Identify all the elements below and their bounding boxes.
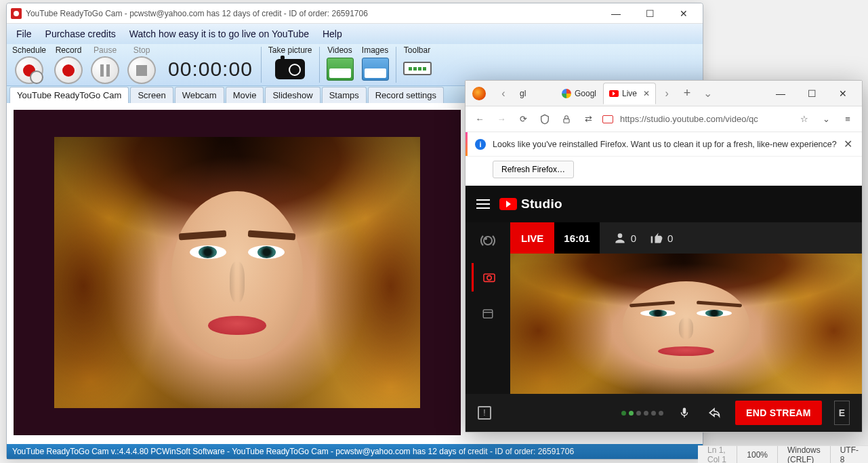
tool-videos[interactable]: Videos: [324, 44, 356, 85]
firefox-icon: [472, 87, 486, 100]
tab-webcam[interactable]: Webcam: [175, 87, 224, 103]
tab-slideshow[interactable]: Slideshow: [265, 87, 320, 103]
tool-pause[interactable]: Pause: [88, 44, 122, 85]
share-button[interactable]: [705, 404, 723, 422]
tab-readytogo-cam[interactable]: YouTube ReadyToGo Cam: [9, 87, 129, 103]
stream-top-bar: LIVE 16:01 0 0: [510, 222, 862, 254]
viewer-count: 0: [613, 231, 636, 245]
viewers-icon: [613, 231, 627, 245]
info-icon: i: [475, 139, 486, 150]
tool-record[interactable]: Record: [51, 44, 85, 85]
sidebar-webcam-icon[interactable]: [472, 263, 504, 291]
videos-folder-icon: [327, 58, 354, 81]
live-badge: LIVE: [510, 222, 554, 254]
menu-help[interactable]: Help: [323, 28, 342, 39]
tool-images[interactable]: Images: [359, 44, 392, 85]
shield-icon[interactable]: [537, 112, 552, 127]
browser-tab-0[interactable]: gl: [514, 83, 555, 104]
background-editor-statusbar: Ln 1, Col 1 100% Windows (CRLF) UTF-8: [698, 445, 868, 463]
nav-back-button[interactable]: ←: [472, 112, 487, 127]
studio-header: Studio: [466, 186, 862, 222]
like-icon: [650, 231, 663, 245]
chat-icon[interactable]: !: [478, 406, 491, 420]
stream-panel: LIVE 16:01 0 0: [510, 222, 862, 394]
tab-record-settings[interactable]: Record settings: [368, 87, 444, 103]
camera-permission-icon[interactable]: [602, 115, 613, 123]
tab-scroll-left[interactable]: ‹: [494, 84, 513, 103]
edit-button[interactable]: E: [834, 401, 850, 425]
new-tab-button[interactable]: +: [678, 84, 697, 103]
refresh-firefox-button[interactable]: Refresh Firefox…: [493, 161, 574, 178]
studio-sidebar: [466, 222, 510, 394]
record-icon: [54, 56, 83, 84]
tool-stop-label: Stop: [133, 45, 150, 55]
browser-tabbar: ‹ gl Googl Live ✕ › + ⌄ — ☐ ✕: [466, 81, 862, 106]
youtube-studio: Studio LIVE 16:01 0: [466, 186, 862, 432]
tab-list-button[interactable]: ⌄: [698, 84, 717, 103]
studio-bottom-bar: ! END STREAM E: [466, 394, 862, 432]
browser-tab-1[interactable]: Googl: [556, 83, 602, 104]
nav-forward-button[interactable]: →: [494, 112, 509, 127]
url-field[interactable]: https://studio.youtube.com/video/qc: [620, 114, 790, 124]
lock-icon[interactable]: [559, 112, 574, 127]
window-minimize-button[interactable]: —: [601, 4, 631, 23]
browser-maximize-button[interactable]: ☐: [797, 84, 827, 103]
bg-status-eol: Windows (CRLF): [777, 446, 830, 463]
window-title: YouTube ReadyToGo Cam - pcwstw@yahoo.com…: [26, 9, 368, 18]
preview-frame: [14, 110, 461, 435]
nav-reload-button[interactable]: ⟳: [516, 112, 531, 127]
browser-window: ‹ gl Googl Live ✕ › + ⌄ — ☐ ✕ ← → ⟳ ⇄: [465, 80, 863, 432]
tool-pause-label: Pause: [94, 45, 117, 55]
pause-icon: [91, 56, 119, 84]
tab-movie[interactable]: Movie: [226, 87, 264, 103]
bg-status-lncol: Ln 1, Col 1: [698, 446, 737, 463]
tab-close-icon[interactable]: ✕: [643, 89, 650, 98]
hamburger-icon[interactable]: [476, 199, 490, 209]
menu-go-live-help[interactable]: Watch how easy it is to go live on YouTu…: [129, 28, 309, 39]
stream-preview: [510, 254, 862, 394]
webcam-preview: [54, 137, 420, 408]
mic-button[interactable]: [676, 404, 693, 422]
tool-take-picture[interactable]: Take picture: [266, 44, 315, 85]
sidebar-manage-icon[interactable]: [480, 306, 495, 321]
tab-screen[interactable]: Screen: [130, 87, 173, 103]
browser-menu-button[interactable]: ≡: [840, 112, 855, 127]
stream-elapsed: 16:01: [554, 222, 599, 254]
menu-file[interactable]: File: [16, 28, 32, 39]
studio-brand: Studio: [521, 197, 562, 212]
google-favicon-icon: [562, 89, 571, 98]
tool-videos-label: Videos: [327, 45, 352, 55]
window-close-button[interactable]: ✕: [669, 4, 699, 23]
end-stream-button[interactable]: END STREAM: [735, 401, 822, 425]
tool-stop[interactable]: Stop: [125, 44, 159, 85]
browser-tab-0-label: gl: [520, 89, 526, 98]
svg-point-2: [487, 276, 491, 280]
tool-images-label: Images: [362, 45, 388, 55]
like-count-value: 0: [667, 233, 673, 244]
sidebar-stream-icon[interactable]: [480, 233, 495, 248]
tool-schedule[interactable]: Schedule: [9, 44, 49, 85]
bookmark-star-icon[interactable]: ☆: [797, 112, 812, 127]
bg-status-encoding: UTF-8: [830, 446, 868, 463]
browser-close-button[interactable]: ✕: [828, 84, 858, 103]
statusbar: YouTube ReadyToGo Cam v.:4.4.4.80 PCWinS…: [7, 444, 703, 459]
tool-toolbar[interactable]: Toolbar: [400, 44, 434, 85]
permissions-icon[interactable]: ⇄: [581, 112, 596, 127]
stop-icon: [127, 56, 156, 84]
browser-minimize-button[interactable]: —: [766, 84, 795, 103]
infobar-dismiss-button[interactable]: ✕: [844, 138, 852, 150]
menubar: File Purchase credits Watch how easy it …: [7, 24, 703, 44]
studio-logo[interactable]: Studio: [499, 197, 562, 212]
browser-tab-2[interactable]: Live ✕: [603, 83, 656, 104]
tab-stamps[interactable]: Stamps: [322, 87, 367, 103]
window-maximize-button[interactable]: ☐: [635, 4, 665, 23]
youtube-favicon-icon: [609, 90, 619, 97]
tool-toolbar-label: Toolbar: [404, 45, 430, 55]
camera-icon: [275, 59, 305, 79]
refresh-row: Refresh Firefox…: [466, 157, 862, 186]
menu-purchase-credits[interactable]: Purchase credits: [45, 28, 116, 39]
tab-scroll-right[interactable]: ›: [657, 84, 676, 103]
stream-health-indicator: [621, 411, 663, 416]
pocket-icon[interactable]: ⌄: [819, 112, 833, 127]
recording-timer: 00:00:00: [161, 44, 257, 85]
